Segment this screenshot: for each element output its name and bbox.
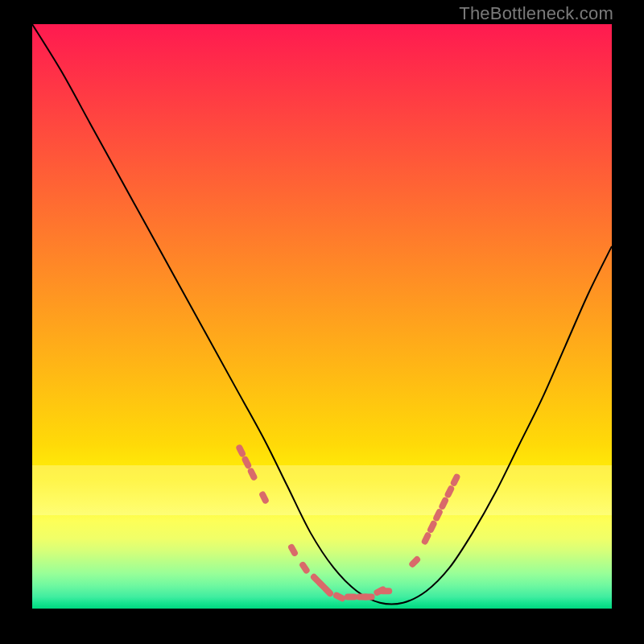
watermark-text: TheBottleneck.com — [459, 3, 613, 24]
marker — [258, 490, 270, 505]
marker — [309, 572, 323, 586]
marker — [345, 593, 357, 600]
marker — [235, 444, 246, 458]
marker — [432, 508, 444, 522]
bottleneck-curve — [32, 24, 612, 605]
curve-layer — [32, 24, 612, 609]
marker — [332, 591, 347, 602]
marker — [449, 473, 460, 487]
marker — [373, 585, 387, 597]
marker — [321, 584, 335, 598]
marker — [356, 593, 369, 600]
highlight-band — [32, 465, 612, 515]
chart-frame: TheBottleneck.com — [0, 0, 644, 644]
marker — [420, 531, 431, 546]
marker — [246, 467, 258, 481]
marker — [299, 560, 311, 575]
highlight-points — [235, 444, 461, 603]
marker — [408, 555, 422, 568]
marker — [316, 578, 329, 592]
marker — [427, 519, 438, 534]
plot-area — [32, 24, 612, 609]
marker — [287, 543, 299, 557]
marker — [379, 588, 392, 594]
marker — [438, 496, 449, 510]
marker — [241, 456, 252, 470]
marker — [444, 485, 455, 499]
marker — [362, 593, 375, 600]
